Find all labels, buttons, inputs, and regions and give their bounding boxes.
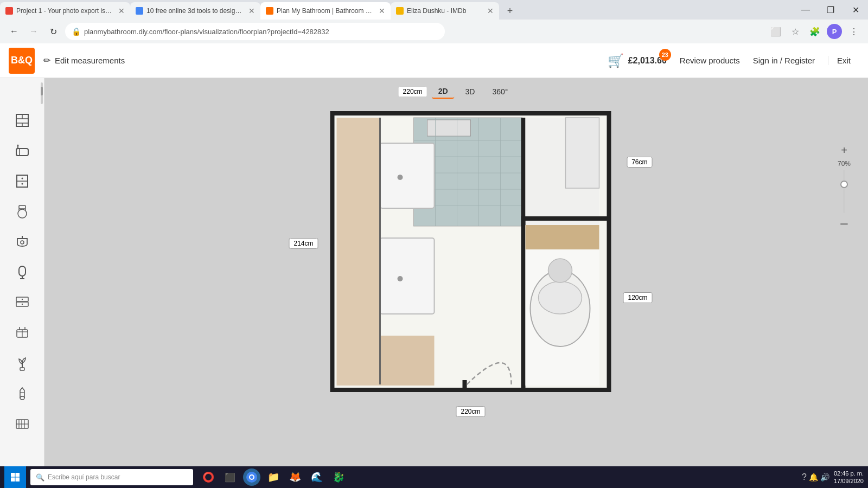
sidebar-item-mirror[interactable] [8, 258, 36, 286]
minimize-button[interactable]: — [793, 0, 818, 20]
taskbar-cortana-icon[interactable]: ⭕ [200, 468, 217, 486]
taskbar-chrome-icon[interactable] [243, 468, 260, 486]
paint-icon [15, 386, 30, 401]
svg-rect-52 [521, 118, 526, 226]
taskbar-task-view-icon[interactable]: ⬛ [221, 468, 239, 486]
taskbar-search[interactable]: 🔍 Escribe aquí para buscar [30, 469, 193, 485]
extensions-icon[interactable]: 🧩 [807, 24, 822, 39]
tray-help-icon[interactable]: ? [802, 472, 807, 482]
tab-1[interactable]: Project 1 - Your photo export is f... ✕ [0, 2, 130, 20]
svg-point-32 [20, 396, 24, 400]
tab-4-close[interactable]: ✕ [487, 7, 494, 15]
floorplan-svg[interactable] [327, 108, 615, 401]
sidebar-item-toilet[interactable] [8, 197, 36, 226]
clock-time: 02:46 p. m. [834, 470, 864, 477]
svg-point-8 [17, 145, 18, 146]
svg-rect-31 [20, 368, 24, 370]
bottom-dimension-label: 220cm [456, 406, 485, 417]
radiator-icon [15, 416, 30, 432]
tab-2-close[interactable]: ✕ [248, 7, 255, 15]
exit-button[interactable]: Exit [828, 56, 859, 65]
zoom-slider-thumb[interactable] [840, 181, 848, 188]
svg-rect-66 [380, 336, 435, 386]
address-input[interactable]: 🔒 planmybathroom.diy.com/floor-plans/vis… [65, 23, 445, 40]
right-bottom-dimension-label: 120cm [623, 292, 652, 303]
tab-1-close[interactable]: ✕ [118, 7, 125, 15]
sidebar-item-plants[interactable] [8, 349, 36, 377]
view-3d-button[interactable]: 3D [459, 85, 482, 98]
search-icon: 🔍 [36, 473, 44, 481]
bookmark-icon[interactable]: ☆ [788, 24, 803, 39]
zoom-slider[interactable] [843, 170, 845, 213]
left-dimension-label: 214cm [289, 238, 318, 249]
sidebar-item-radiator[interactable] [8, 410, 36, 438]
svg-rect-56 [521, 221, 526, 389]
svg-point-65 [398, 276, 403, 281]
tab-2-favicon [136, 7, 143, 15]
tab-4-label: Eliza Dushku - IMDb [407, 7, 482, 15]
zoom-out-button[interactable]: – [837, 215, 852, 230]
tray-network-icon[interactable]: 🔔 [809, 473, 818, 481]
profile-icon[interactable]: P [827, 24, 842, 39]
pencil-icon: ✏ [43, 55, 50, 66]
tab-3-close[interactable]: ✕ [379, 7, 385, 15]
new-tab-button[interactable]: + [501, 2, 519, 20]
search-placeholder: Escribe aquí para buscar [48, 473, 120, 481]
sign-in-button[interactable]: Sign in / Register [753, 56, 815, 65]
close-button[interactable]: ✕ [843, 0, 868, 20]
svg-rect-62 [380, 143, 435, 208]
forward-button[interactable]: → [26, 24, 41, 39]
sidebar-item-bath[interactable] [8, 137, 36, 165]
tray-volume-icon[interactable]: 🔊 [820, 473, 829, 481]
svg-point-11 [21, 178, 23, 179]
svg-point-63 [398, 175, 403, 180]
sidebar-item-sink[interactable] [8, 228, 36, 256]
svg-rect-5 [16, 149, 28, 156]
sidebar-item-accessories[interactable] [8, 319, 36, 347]
svg-rect-54 [566, 118, 599, 188]
app-content: B&Q ✏ Edit measurements 🛒 23 £2,013.60 R… [0, 43, 868, 466]
window-controls: — ❐ ✕ [793, 0, 868, 20]
canvas-area[interactable]: 220cm 2D 3D 360° [44, 78, 868, 466]
system-time[interactable]: 02:46 p. m. 17/09/2020 [834, 470, 864, 485]
taskbar-pinned-icons: ⭕ ⬛ 📁 🦊 🌊 🐉 [200, 468, 347, 486]
cast-icon[interactable]: ⬜ [768, 24, 783, 39]
walls-icon [15, 113, 30, 128]
taskbar-firefox-icon[interactable]: 🦊 [286, 468, 304, 486]
edit-measurements-button[interactable]: ✏ Edit measurements [43, 55, 125, 66]
svg-point-12 [21, 183, 23, 185]
svg-point-61 [548, 259, 572, 282]
sidebar-item-walls[interactable] [8, 106, 36, 134]
start-button[interactable] [4, 466, 26, 488]
zoom-in-button[interactable]: + [837, 143, 852, 158]
taskbar-app-icon[interactable]: 🐉 [330, 468, 347, 486]
sink-icon [15, 234, 30, 249]
reload-button[interactable]: ↻ [46, 24, 61, 39]
tab-2[interactable]: 10 free online 3d tools to design ... ✕ [130, 2, 260, 20]
tab-3-favicon [266, 7, 273, 15]
windows-logo-icon [10, 472, 20, 482]
maximize-button[interactable]: ❐ [818, 0, 843, 20]
taskbar-explorer-icon[interactable]: 📁 [265, 468, 282, 486]
svg-rect-58 [526, 225, 599, 249]
tab-4[interactable]: Eliza Dushku - IMDb ✕ [391, 2, 499, 20]
sidebar-item-paint[interactable] [8, 380, 36, 408]
tab-3[interactable]: Plan My Bathroom | Bathroom Pl... ✕ [260, 2, 391, 20]
app-header: B&Q ✏ Edit measurements 🛒 23 £2,013.60 R… [0, 43, 868, 78]
mirror-icon [15, 265, 30, 280]
view-2d-button[interactable]: 2D [432, 85, 455, 99]
svg-rect-69 [11, 473, 15, 477]
back-button[interactable]: ← [7, 24, 22, 39]
review-products-button[interactable]: Review products [680, 56, 740, 65]
view-360-button[interactable]: 360° [486, 85, 514, 98]
sidebar-item-cabinet[interactable] [8, 167, 36, 195]
bath-icon [15, 143, 30, 158]
storage-icon [15, 295, 30, 310]
taskbar-edge-icon[interactable]: 🌊 [308, 468, 326, 486]
sidebar-item-storage[interactable] [8, 288, 36, 317]
tab-2-label: 10 free online 3d tools to design ... [146, 7, 243, 15]
address-text: planmybathroom.diy.com/floor-plans/visua… [84, 28, 329, 36]
menu-icon[interactable]: ⋮ [846, 24, 861, 39]
tab-4-favicon [396, 7, 404, 15]
cart-area[interactable]: 🛒 23 £2,013.60 [608, 53, 667, 68]
